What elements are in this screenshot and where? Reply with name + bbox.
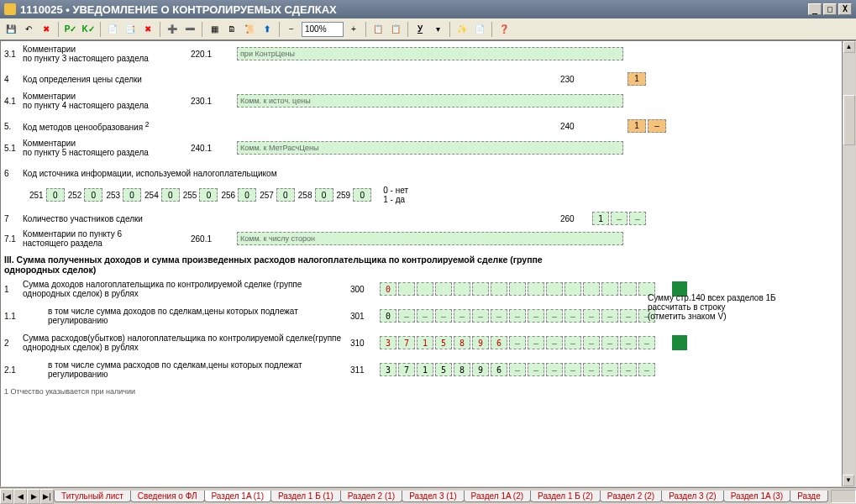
digit-cell[interactable]: – <box>638 363 655 376</box>
amount-field[interactable]: 3715896–––––––– <box>380 336 655 349</box>
digit-cell[interactable]: – <box>629 212 646 225</box>
digit-cell[interactable]: – <box>454 309 470 323</box>
digit-cell[interactable]: 8 <box>454 363 470 376</box>
digit-cell[interactable] <box>565 282 581 296</box>
digit-cell[interactable]: – <box>435 309 452 323</box>
digit-cell[interactable] <box>398 282 415 296</box>
digit-cell[interactable]: 7 <box>398 363 415 376</box>
digit-cell[interactable]: 9 <box>472 336 489 349</box>
export-icon[interactable]: ⬆ <box>260 22 275 37</box>
comment-field[interactable]: Комм. к источ. цены <box>237 94 623 108</box>
sheet-tab[interactable]: Раздел 2 (1) <box>340 491 402 502</box>
page-icon[interactable]: 📄 <box>472 22 487 37</box>
digit-cell[interactable]: 3 <box>380 336 396 349</box>
digit-cell[interactable]: – <box>620 363 637 376</box>
cell-value[interactable]: 0 <box>353 188 371 202</box>
tab-nav-button[interactable]: ▶ <box>27 489 40 504</box>
form-icon[interactable]: 📋 <box>370 22 386 37</box>
digit-cell[interactable]: – <box>528 309 544 323</box>
digit-cell[interactable]: – <box>528 336 544 349</box>
sheet-tab[interactable]: Сведения о ФЛ <box>130 491 205 502</box>
digit-cell[interactable]: – <box>620 336 637 349</box>
underline-icon[interactable]: У <box>412 22 428 37</box>
digit-cell[interactable]: 0 <box>380 309 396 323</box>
digit-cell[interactable]: 6 <box>491 363 507 376</box>
cell-value[interactable]: 0 <box>161 188 180 202</box>
digit-cell[interactable]: – <box>601 309 618 323</box>
cell-value[interactable]: 0 <box>276 188 295 202</box>
digit-cell[interactable]: 1 <box>417 363 433 376</box>
digit-cell[interactable]: 0 <box>380 282 396 296</box>
amount-field[interactable]: 0–––––––––––––– <box>380 309 655 323</box>
dropdown-icon[interactable]: ▾ <box>430 22 445 37</box>
sheet-tab[interactable]: Раздел 1A (1) <box>204 491 272 502</box>
vertical-scrollbar[interactable]: ▲ ▼ <box>842 41 855 486</box>
remove-row-icon[interactable]: ➖ <box>182 22 197 37</box>
minimize-button[interactable]: _ <box>808 3 822 15</box>
digit-cell[interactable]: 1 <box>592 212 609 225</box>
digit-cell[interactable]: – <box>509 309 526 323</box>
digit-cell[interactable]: – <box>583 309 600 323</box>
cell-value[interactable]: 0 <box>84 188 102 202</box>
grid-icon[interactable]: ▦ <box>207 22 222 37</box>
digit-cell[interactable] <box>454 282 470 296</box>
sheet-tab[interactable]: Раздел 3 (1) <box>402 491 464 502</box>
sheet-tab[interactable]: Раздел 2 (2) <box>600 491 662 502</box>
zoom-in-icon[interactable]: + <box>346 22 361 37</box>
add-row-icon[interactable]: ➕ <box>165 22 180 37</box>
digit-cell[interactable] <box>546 282 563 296</box>
form2-icon[interactable]: 📋 <box>388 22 403 37</box>
cell-value[interactable]: 0 <box>123 188 141 202</box>
sheet-tab[interactable]: Раздел 1 Б (1) <box>270 491 341 502</box>
digit-cell[interactable]: – <box>509 363 526 376</box>
digit-cell[interactable] <box>472 282 489 296</box>
zoom-out-icon[interactable]: − <box>284 22 299 37</box>
scroll-icon[interactable]: 📜 <box>242 22 257 37</box>
cell-value[interactable]: 0 <box>315 188 333 202</box>
tab-nav-button[interactable]: ◀ <box>13 489 27 504</box>
digit-cell[interactable]: 6 <box>491 336 507 349</box>
digit-cell[interactable]: 3 <box>380 363 396 376</box>
digit-cell[interactable]: – <box>398 309 415 323</box>
sheet-tab[interactable]: Раздел 1A (3) <box>723 491 791 502</box>
digit-cell[interactable]: 1 <box>417 336 433 349</box>
sheet-tab[interactable]: Титульный лист <box>54 491 131 502</box>
digit-cell[interactable] <box>435 282 452 296</box>
comment-field[interactable]: Комм. к МетРасчЦены <box>237 141 623 155</box>
sheet-tab[interactable]: Раздел 3 (2) <box>661 491 723 502</box>
digit-cell[interactable]: – <box>583 336 600 349</box>
tab-nav-button[interactable]: ▶| <box>40 489 54 504</box>
cell-value[interactable]: 0 <box>238 188 256 202</box>
digit-cell[interactable] <box>509 282 526 296</box>
add-sheet-icon[interactable]: 📄 <box>105 22 120 37</box>
digit-cell[interactable]: – <box>565 363 581 376</box>
digit-cell[interactable]: 8 <box>454 336 470 349</box>
code-value-field[interactable]: – <box>648 119 666 133</box>
amount-field[interactable]: 0 <box>380 282 655 296</box>
digit-cell[interactable]: – <box>601 363 618 376</box>
code-value-field[interactable]: 1 <box>628 119 646 133</box>
digit-cell[interactable]: 9 <box>472 363 489 376</box>
digit-cell[interactable]: – <box>546 309 563 323</box>
digit-cell[interactable]: – <box>583 363 600 376</box>
sheet-tab[interactable]: Разде <box>790 491 828 502</box>
digit-cell[interactable] <box>528 282 544 296</box>
preview-icon[interactable]: 🗎 <box>224 22 239 37</box>
maximize-button[interactable]: □ <box>823 3 837 15</box>
p-button[interactable]: P✓ <box>63 22 78 37</box>
sheet-tab[interactable]: Раздел 1 Б (2) <box>530 491 601 502</box>
digit-cell[interactable]: – <box>546 363 563 376</box>
comment-field[interactable]: при КонтрЦены <box>237 47 623 60</box>
amount-field[interactable]: 3715896–––––––– <box>380 363 655 376</box>
cell-value[interactable]: 0 <box>46 188 65 202</box>
digit-cell[interactable]: – <box>565 309 581 323</box>
digit-cell[interactable] <box>620 282 637 296</box>
cell-value[interactable]: 0 <box>199 188 218 202</box>
code-value-field[interactable]: 1 <box>628 72 646 86</box>
undo-icon[interactable]: ↶ <box>21 22 36 37</box>
digit-cell[interactable]: – <box>528 363 544 376</box>
scroll-down-icon[interactable]: ▼ <box>843 475 854 486</box>
digit-cell[interactable]: – <box>491 309 507 323</box>
digit-cell[interactable]: – <box>620 309 637 323</box>
k-button[interactable]: K✓ <box>81 22 96 37</box>
